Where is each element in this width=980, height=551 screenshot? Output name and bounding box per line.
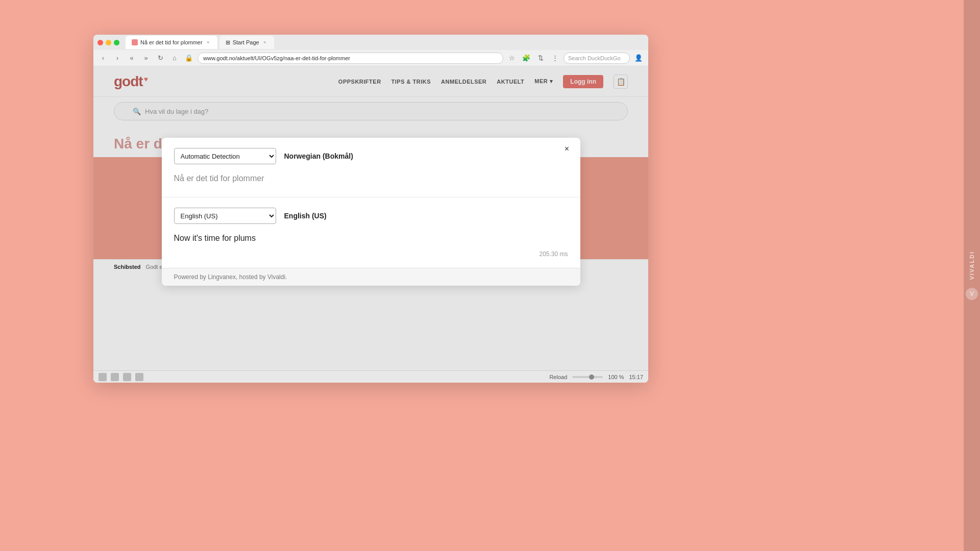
translated-text: Now it's time for plums [174, 230, 568, 246]
minimize-window-button[interactable] [106, 40, 111, 45]
timing-text: 205.30 ms [174, 246, 568, 258]
tab-start-page[interactable]: ⊞ Start Page × [219, 36, 274, 49]
extensions-icon[interactable]: 🧩 [521, 53, 532, 64]
bookmark-icon[interactable]: ☆ [506, 53, 518, 64]
forward-button[interactable]: › [112, 53, 123, 64]
modal-overlay: × Automatic Detection Norwegian (Bokmål)… [93, 66, 648, 370]
source-text: Nå er det tid for plommer [174, 170, 568, 187]
browser-status-bar: Reload 100 % 15:17 [93, 370, 648, 383]
vivaldi-icon[interactable]: V [966, 288, 978, 300]
sync-icon[interactable]: ⇅ [535, 53, 546, 64]
fast-forward-button[interactable]: » [140, 53, 152, 64]
profile-icon[interactable]: 👤 [633, 53, 644, 64]
home-button[interactable]: ⌂ [169, 53, 180, 64]
vivaldi-logo-text: VIVALDI [969, 251, 975, 280]
status-icon-3 [123, 373, 131, 381]
target-language-select[interactable]: English (US) Norwegian (Bokmål) Swedish [174, 208, 276, 224]
settings-icon[interactable]: ⋮ [549, 53, 560, 64]
status-icon-2 [111, 373, 119, 381]
detected-language-label: Norwegian (Bokmål) [284, 152, 353, 160]
address-bar[interactable]: www.godt.no/aktuelt/UI/OGv5zg/naa-er-det… [198, 53, 503, 64]
tab-label-text-2: Start Page [233, 39, 259, 45]
vivaldi-v-icon: V [970, 290, 974, 297]
search-bar[interactable]: Search DuckDuckGo [564, 53, 630, 64]
tab-active[interactable]: Nå er det tid for plommer × [126, 36, 217, 49]
status-icon-1 [99, 373, 107, 381]
maximize-window-button[interactable] [114, 40, 119, 45]
navigation-bar: ‹ › « » ↻ ⌂ 🔒 www.godt.no/aktuelt/UI/OGv… [93, 50, 648, 66]
site-content: godt♥ OPPSKRIFTER TIPS & TRIKS ANMELDELS… [93, 66, 648, 370]
tab-close-button[interactable]: × [205, 39, 211, 45]
target-language-label: English (US) [284, 212, 327, 220]
translation-modal: × Automatic Detection Norwegian (Bokmål)… [162, 138, 580, 286]
fast-back-button[interactable]: « [126, 53, 137, 64]
status-icon-4 [135, 373, 143, 381]
back-button[interactable]: ‹ [97, 53, 109, 64]
source-lang-row: Automatic Detection Norwegian (Bokmål) E… [174, 148, 568, 164]
clock: 15:17 [629, 374, 643, 380]
tab-close-button-2[interactable]: × [262, 39, 268, 45]
vivaldi-sidebar: VIVALDI V [964, 0, 980, 551]
traffic-lights [97, 40, 119, 45]
tab-favicon [132, 39, 138, 45]
zoom-level: 100 % [608, 374, 624, 380]
source-language-select[interactable]: Automatic Detection Norwegian (Bokmål) E… [174, 148, 276, 164]
modal-footer: Powered by Lingvanex, hosted by Vivaldi. [162, 268, 580, 286]
source-section: Automatic Detection Norwegian (Bokmål) E… [162, 138, 580, 197]
search-placeholder: Search DuckDuckGo [568, 55, 621, 61]
zoom-slider[interactable] [572, 376, 603, 378]
close-window-button[interactable] [97, 40, 103, 45]
browser-window: Nå er det tid for plommer × ⊞ Start Page… [93, 35, 648, 383]
target-lang-row: English (US) Norwegian (Bokmål) Swedish … [174, 208, 568, 224]
url-text: www.godt.no/aktuelt/UI/OGv5zg/naa-er-det… [203, 55, 350, 61]
powered-by-text: Powered by Lingvanex, hosted by Vivaldi. [174, 273, 287, 281]
reload-label: Reload [549, 374, 567, 380]
tab-bar: Nå er det tid for plommer × ⊞ Start Page… [93, 35, 648, 50]
reload-button[interactable]: ↻ [155, 53, 166, 64]
tab-label: Nå er det tid for plommer [140, 39, 203, 45]
zoom-control[interactable] [572, 376, 603, 378]
security-icon: 🔒 [183, 53, 194, 64]
target-section: English (US) Norwegian (Bokmål) Swedish … [162, 197, 580, 268]
zoom-thumb [589, 374, 594, 380]
status-icons [99, 373, 143, 381]
tab-label-2: ⊞ [226, 39, 230, 46]
